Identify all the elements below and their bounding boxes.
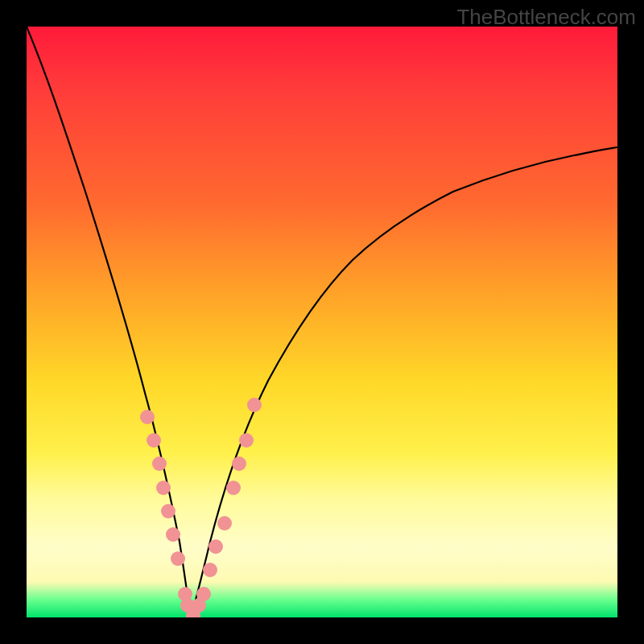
data-point <box>247 398 262 412</box>
data-point <box>217 516 232 530</box>
bottleneck-curve <box>27 27 617 617</box>
chart-frame: TheBottleneck.com <box>0 0 644 644</box>
data-point <box>171 551 185 566</box>
data-point <box>203 563 217 577</box>
data-point <box>152 456 167 471</box>
data-point <box>208 539 223 554</box>
data-point <box>156 481 171 495</box>
data-point <box>226 481 241 495</box>
data-point <box>239 433 254 448</box>
data-point <box>232 456 246 471</box>
data-point <box>166 527 180 542</box>
data-point <box>196 587 211 601</box>
data-point <box>147 433 161 448</box>
watermark-text: TheBottleneck.com <box>456 5 636 30</box>
data-point <box>161 504 175 518</box>
plot-area <box>27 27 617 617</box>
data-point <box>140 410 155 424</box>
